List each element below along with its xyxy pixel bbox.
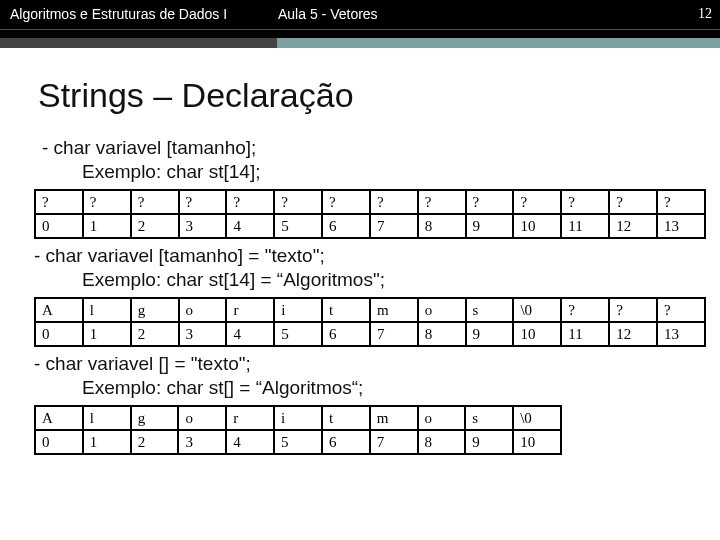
table-cell: m <box>370 406 418 430</box>
table-2: Algoritmos\0??? 012345678910111213 <box>34 297 706 347</box>
slide-header: Algoritmos e Estruturas de Dados I Aula … <box>0 0 720 38</box>
decl-line-2: - char variavel [tamanho] = "texto"; <box>34 245 696 267</box>
table-cell: ? <box>561 190 609 214</box>
table-cell: ? <box>513 190 561 214</box>
table-cell: g <box>131 406 179 430</box>
table-cell: 6 <box>322 430 370 454</box>
table-cell: 2 <box>131 214 179 238</box>
table-cell: 13 <box>657 322 705 346</box>
table-cell: 5 <box>274 214 322 238</box>
table-cell: 1 <box>83 322 131 346</box>
table-cell: 4 <box>226 322 274 346</box>
table-cell: ? <box>83 190 131 214</box>
table-cell: \0 <box>513 298 561 322</box>
table-cell: ? <box>370 190 418 214</box>
table-cell: t <box>322 406 370 430</box>
table-cell: 7 <box>370 214 418 238</box>
table-cell: ? <box>657 190 705 214</box>
table-cell: 0 <box>35 214 83 238</box>
table-cell: g <box>131 298 179 322</box>
table-cell: 11 <box>561 214 609 238</box>
accent-bar <box>0 38 720 48</box>
table-cell: 4 <box>226 430 274 454</box>
table-cell: s <box>466 298 514 322</box>
table-cell: 10 <box>513 214 561 238</box>
table-1: ?????????????? 012345678910111213 <box>34 189 706 239</box>
table-cell: \0 <box>513 406 561 430</box>
table-cell: 2 <box>131 322 179 346</box>
table-cell: ? <box>561 298 609 322</box>
table-cell: 7 <box>370 322 418 346</box>
table-cell: A <box>35 406 83 430</box>
table-cell: o <box>418 298 466 322</box>
table-cell: 4 <box>226 214 274 238</box>
table-cell: t <box>322 298 370 322</box>
table-cell: 12 <box>609 322 657 346</box>
table-cell: 3 <box>179 322 227 346</box>
table-cell: ? <box>179 190 227 214</box>
accent-dark <box>0 38 277 48</box>
table-cell: ? <box>657 298 705 322</box>
table-cell: 0 <box>35 430 83 454</box>
table-cell: ? <box>418 190 466 214</box>
table-cell: ? <box>609 298 657 322</box>
table-cell: 7 <box>370 430 418 454</box>
table-cell: ? <box>226 190 274 214</box>
table-cell: 3 <box>178 430 226 454</box>
table-cell: 10 <box>513 322 561 346</box>
table-cell: l <box>83 406 131 430</box>
table-cell: ? <box>35 190 83 214</box>
table-cell: 5 <box>274 430 322 454</box>
table-cell: r <box>226 298 274 322</box>
accent-teal <box>277 38 720 48</box>
table-cell: 9 <box>466 214 514 238</box>
table-cell: 8 <box>418 322 466 346</box>
table-cell: i <box>274 406 322 430</box>
table-cell: 2 <box>131 430 179 454</box>
table-cell: ? <box>131 190 179 214</box>
table-cell: 13 <box>657 214 705 238</box>
table-cell: 8 <box>418 214 466 238</box>
table-cell: 8 <box>418 430 466 454</box>
table-cell: ? <box>609 190 657 214</box>
table-cell: 1 <box>83 214 131 238</box>
table-cell: o <box>418 406 466 430</box>
decl-line-1: - char variavel [tamanho]; <box>42 137 696 159</box>
page-title: Strings – Declaração <box>38 76 696 115</box>
table-cell: l <box>83 298 131 322</box>
table-cell: ? <box>274 190 322 214</box>
table-cell: 3 <box>179 214 227 238</box>
example-line-3: Exemplo: char st[] = “Algoritmos“; <box>82 377 696 399</box>
course-name: Algoritmos e Estruturas de Dados I <box>10 6 227 22</box>
lecture-name: Aula 5 - Vetores <box>278 6 378 22</box>
table-cell: 9 <box>465 430 513 454</box>
divider <box>0 29 720 30</box>
decl-line-3: - char variavel [] = "texto"; <box>34 353 696 375</box>
table-cell: r <box>226 406 274 430</box>
table-cell: o <box>178 406 226 430</box>
example-line-2: Exemplo: char st[14] = “Algoritmos"; <box>82 269 696 291</box>
table-cell: o <box>179 298 227 322</box>
table-cell: 6 <box>322 214 370 238</box>
table-cell: 0 <box>35 322 83 346</box>
table-cell: A <box>35 298 83 322</box>
table-cell: 5 <box>274 322 322 346</box>
table-cell: s <box>465 406 513 430</box>
table-cell: i <box>274 298 322 322</box>
table-cell: 10 <box>513 430 561 454</box>
table-cell: 1 <box>83 430 131 454</box>
example-line-1: Exemplo: char st[14]; <box>82 161 696 183</box>
table-cell: ? <box>466 190 514 214</box>
table-cell: 11 <box>561 322 609 346</box>
table-cell: 6 <box>322 322 370 346</box>
table-cell: 12 <box>609 214 657 238</box>
page-number: 12 <box>698 6 712 22</box>
table-cell: 9 <box>466 322 514 346</box>
table-3: Algoritmos\0 012345678910 <box>34 405 562 455</box>
table-cell: ? <box>322 190 370 214</box>
table-cell: m <box>370 298 418 322</box>
